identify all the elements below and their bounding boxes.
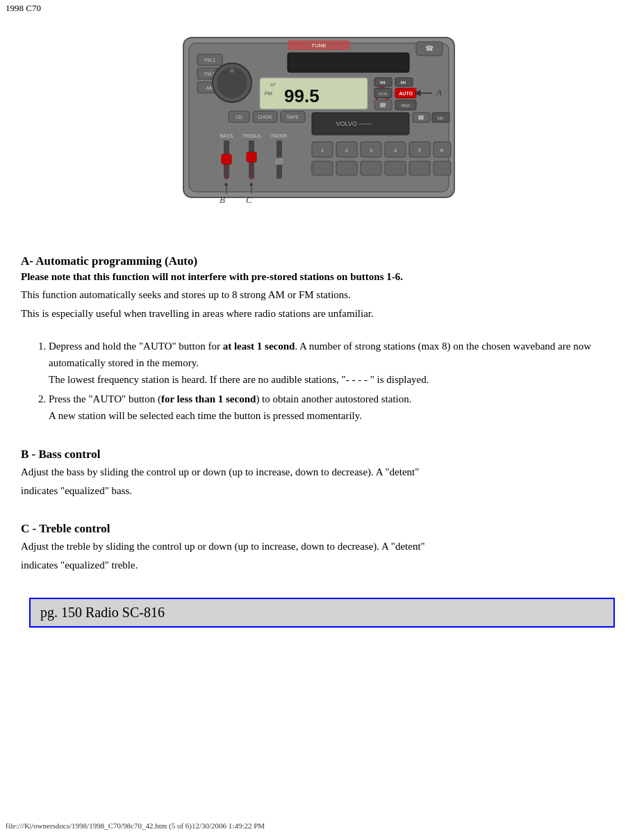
svg-text:TREBLE: TREBLE	[242, 133, 261, 138]
section-a-heading: A- Automatic programming (Auto)	[21, 254, 623, 268]
svg-text:VOLVO ——: VOLVO ——	[336, 120, 371, 127]
svg-rect-56	[247, 152, 256, 162]
step1-extra: The lowest frequency station is heard. I…	[49, 374, 429, 385]
radio-diagram: TUNE ☎ FM 1 FM 2 AM ST FM:	[176, 24, 468, 221]
content-area: A- Automatic programming (Auto) Please n…	[0, 235, 644, 648]
page-footer-text: pg. 150 Radio SC-816	[40, 605, 165, 620]
svg-text:☎: ☎	[425, 44, 434, 52]
svg-rect-6	[288, 53, 409, 72]
radio-image-area: TUNE ☎ FM 1 FM 2 AM ST FM:	[149, 24, 496, 221]
svg-text:99.5: 99.5	[284, 85, 320, 106]
svg-rect-75	[385, 161, 406, 175]
svg-text:2: 2	[345, 147, 348, 154]
svg-text:CHGR: CHGR	[257, 115, 272, 120]
svg-rect-74	[361, 161, 381, 175]
svg-text:CD: CD	[235, 115, 242, 120]
svg-text:ST: ST	[270, 83, 276, 87]
step1-text-before: Depress and hold the "AUTO" button for	[49, 341, 223, 352]
step2-bold: for less than 1 second	[161, 393, 256, 404]
section-b-heading: B - Bass control	[21, 448, 623, 461]
svg-point-15	[230, 69, 234, 73]
svg-text:⏭: ⏭	[401, 79, 406, 85]
svg-rect-77	[434, 161, 451, 175]
svg-text:TAPE: TAPE	[286, 115, 299, 120]
section-a-text1: This function automatically seeks and st…	[21, 287, 623, 303]
section-c-text1: Adjust the treble by sliding the control…	[21, 539, 623, 555]
section-c-heading: C - Treble control	[21, 522, 623, 536]
svg-text:☎: ☎	[379, 102, 386, 108]
svg-rect-76	[409, 161, 430, 175]
svg-text:TUNE: TUNE	[311, 42, 327, 49]
section-b-text1: Adjust the bass by sliding the control u…	[21, 464, 623, 480]
svg-text:4: 4	[393, 147, 397, 154]
radio-svg: TUNE ☎ FM 1 FM 2 AM ST FM:	[176, 24, 468, 218]
step2-text-before: Press the "AUTO" button (	[49, 393, 161, 404]
step-2: Press the "AUTO" button (for less than 1…	[49, 391, 623, 424]
page-title: 1998 C70	[0, 0, 644, 17]
steps-list: Depress and hold the "AUTO" button for a…	[49, 338, 623, 424]
section-a-note: Please note that this function will not …	[21, 271, 623, 283]
svg-text:BASS: BASS	[220, 133, 233, 138]
svg-text:A: A	[436, 87, 442, 97]
svg-text:C: C	[246, 195, 252, 205]
svg-text:FM:: FM:	[265, 91, 273, 96]
step-1: Depress and hold the "AUTO" button for a…	[49, 338, 623, 388]
step2-extra: A new station will be selected each time…	[49, 410, 362, 421]
browser-status-bar: file:///K|/ownersdocs/1998/1998_C70/98c7…	[6, 821, 265, 830]
svg-text:AUTO: AUTO	[399, 91, 413, 96]
svg-text:FM 1: FM 1	[204, 58, 215, 63]
svg-rect-73	[336, 161, 357, 175]
section-a-text2: This is especially useful when travellin…	[21, 306, 623, 322]
svg-text:DD: DD	[437, 116, 443, 120]
svg-text:☎: ☎	[418, 115, 424, 121]
svg-rect-59	[274, 158, 284, 165]
svg-text:1: 1	[320, 147, 324, 154]
svg-text:5: 5	[418, 147, 421, 154]
step2-text-after: ) to obtain another autostored station.	[256, 393, 411, 404]
svg-text:6: 6	[440, 147, 443, 154]
svg-text:⏮: ⏮	[380, 79, 386, 85]
step1-bold: at least 1 second	[223, 341, 295, 352]
svg-rect-72	[312, 161, 333, 175]
svg-rect-53	[222, 154, 231, 164]
svg-text:SCN: SCN	[378, 92, 387, 96]
svg-text:B: B	[220, 195, 225, 205]
svg-text:3: 3	[369, 147, 372, 154]
svg-text:FADER: FADER	[271, 133, 287, 138]
section-b-text2: indicates "equalized" bass.	[21, 483, 623, 499]
svg-text:RND: RND	[401, 104, 411, 108]
section-c-text2: indicates "equalized" treble.	[21, 557, 623, 573]
page-footer-box: pg. 150 Radio SC-816	[29, 598, 615, 628]
